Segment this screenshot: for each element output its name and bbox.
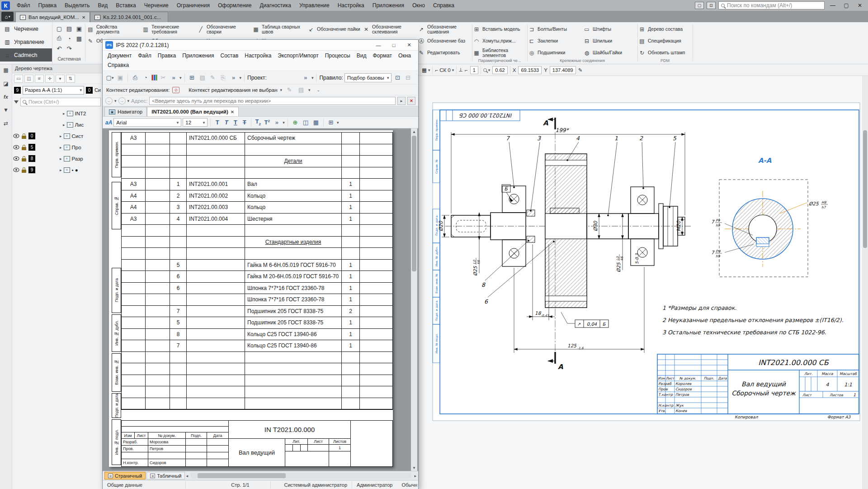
spec-zone-cell[interactable] — [146, 248, 170, 259]
spec-quantity-cell[interactable] — [342, 156, 360, 167]
expander-icon[interactable]: ▸ — [60, 134, 62, 138]
current-view-select[interactable]: Разрез А-А (1:1) ▾ — [23, 86, 84, 95]
spec-position-cell[interactable]: 7 — [170, 340, 187, 351]
menu-item[interactable]: Ограничения — [173, 0, 214, 11]
spec-format-cell[interactable]: А4 — [122, 202, 146, 213]
spec-designation-cell[interactable] — [187, 398, 245, 409]
spec-designation-cell[interactable] — [187, 363, 245, 375]
ips-maximize-button[interactable]: □ — [387, 43, 400, 48]
spec-note-cell[interactable] — [360, 133, 392, 144]
ips-menu-item[interactable]: Правка — [155, 51, 179, 61]
spec-table-row[interactable]: Шпонка 7*7*16 ГОСТ 23360-78 1 — [122, 294, 392, 306]
spec-name-cell[interactable]: Стандартные изделия — [245, 237, 342, 248]
spec-format-cell[interactable] — [122, 386, 146, 398]
ribbon-item[interactable]: ▥ Технические требования — [141, 24, 196, 35]
spec-format-cell[interactable] — [122, 260, 146, 271]
spec-table-row[interactable] — [122, 363, 392, 375]
home-button[interactable]: ⌂▾ — [1, 12, 14, 21]
tab-close-icon[interactable]: ✕ — [82, 15, 85, 20]
ips-menu-item[interactable]: Файл — [135, 51, 155, 61]
subscript-icon[interactable]: T2 — [254, 119, 262, 126]
spec-position-cell[interactable] — [170, 225, 187, 236]
spec-name-cell[interactable] — [245, 363, 342, 375]
ips-menu-item[interactable]: Справка — [104, 61, 132, 70]
spec-zone-cell[interactable] — [146, 329, 170, 340]
spec-note-cell[interactable] — [360, 179, 392, 190]
ips-menu-item[interactable]: Экспорт/Импорт — [274, 51, 321, 61]
layers-icon[interactable]: ▦ — [3, 67, 8, 73]
tree-node[interactable]: ▸ ≡ INT2 — [12, 108, 103, 119]
grid-icon[interactable]: ▦ ▾ — [422, 67, 430, 73]
menu-item[interactable]: Приложения — [368, 0, 408, 11]
spec-quantity-cell[interactable] — [342, 363, 360, 375]
spec-position-cell[interactable]: 1 — [170, 179, 187, 190]
spec-note-cell[interactable] — [360, 283, 392, 294]
spec-quantity-cell[interactable]: 1 — [342, 317, 360, 328]
ribbon-item[interactable]: ▤ Спецификация — [637, 35, 693, 47]
spec-name-cell[interactable]: Гайка М 20-6Н.05.019 ГОСТ 5916-70 — [245, 271, 342, 282]
spec-zone-cell[interactable] — [146, 156, 170, 167]
spec-note-cell[interactable] — [360, 352, 392, 363]
spec-name-cell[interactable]: Шестерня — [245, 214, 342, 225]
ips-close-button[interactable]: ✕ — [403, 42, 415, 48]
spec-name-cell[interactable]: Кольцо С25 ГОСТ 13940-86 — [245, 340, 342, 351]
spec-name-cell[interactable]: Кольцо — [245, 202, 342, 213]
spec-zone-cell[interactable] — [146, 260, 170, 271]
ribbon-side-tab[interactable]: ▥ Управление — [0, 35, 52, 48]
spec-designation-cell[interactable] — [187, 375, 245, 386]
spec-format-cell[interactable] — [122, 363, 146, 375]
command-search[interactable]: Поиск по командам (Alt+/) — [718, 1, 825, 9]
spec-zone-cell[interactable] — [146, 133, 170, 144]
ribbon-item[interactable]: ◍ Шайбы/Гайки — [582, 47, 637, 59]
spec-table-row[interactable]: А4 2 INT2021.00.002 Кольцо 1 — [122, 190, 392, 202]
ortho-icon[interactable]: ⟂ — [459, 67, 462, 73]
spec-name-cell[interactable]: Шпонка 7*7*16 ГОСТ 23360-78 — [245, 294, 342, 305]
edit-icon[interactable]: ✎ — [208, 73, 217, 82]
spec-designation-cell[interactable] — [187, 156, 245, 167]
more-icon[interactable]: » — [301, 73, 310, 82]
spec-name-cell[interactable]: Подшипник 205 ГОСТ 8338-75 — [245, 306, 342, 317]
go-icon[interactable]: ▸ — [397, 97, 406, 105]
spec-quantity-cell[interactable] — [342, 144, 360, 156]
no-context-icon[interactable]: ⊘ — [172, 87, 179, 93]
spec-format-cell[interactable] — [122, 225, 146, 236]
spec-name-cell[interactable]: Вал — [245, 179, 342, 190]
menu-item[interactable]: Управление — [295, 0, 334, 11]
edit-icon[interactable]: ✎ — [578, 67, 583, 73]
tree-toolbar-icon[interactable]: ▭ — [14, 75, 23, 83]
spec-note-cell[interactable] — [360, 306, 392, 317]
spec-zone-cell[interactable] — [146, 398, 170, 409]
spec-name-cell[interactable] — [245, 375, 342, 386]
tree-node[interactable]: 9 ▸ ≡ • ● — [12, 164, 103, 176]
ribbon-item[interactable]: ↗ Обозначение сшивания — [417, 24, 472, 35]
spec-zone-cell[interactable] — [146, 340, 170, 351]
spec-format-cell[interactable] — [122, 317, 146, 328]
tree-node[interactable]: 8 ▸ ≡ Разр — [12, 153, 103, 164]
spec-quantity-cell[interactable]: 1 — [342, 329, 360, 340]
new-document-icon[interactable]: ▢ — [54, 24, 64, 33]
print-icon[interactable]: ⎙ — [131, 73, 140, 82]
spec-format-cell[interactable] — [122, 340, 146, 351]
spec-table-row[interactable]: Стандартные изделия — [122, 237, 392, 248]
ips-menu-item[interactable]: Настройка — [241, 51, 274, 61]
spec-name-cell[interactable] — [245, 167, 342, 179]
spec-name-cell[interactable]: Шпонка 7*7*16 ГОСТ 23360-78 — [245, 283, 342, 294]
spec-note-cell[interactable] — [360, 271, 392, 282]
card-view-icon[interactable]: ▤ — [198, 73, 207, 82]
spec-quantity-cell[interactable]: 1 — [342, 260, 360, 271]
ips-menu-item[interactable]: Документ — [104, 51, 135, 61]
clear-rule-icon[interactable]: ⊟ — [403, 73, 412, 82]
spec-vertical-scrollbar[interactable]: ▲ ▼ — [411, 128, 417, 471]
new-document-icon[interactable]: ▢▾ — [105, 73, 114, 82]
ribbon-item[interactable]: ◠ Хомуты,приж... — [472, 35, 527, 47]
spec-format-cell[interactable]: А3 — [122, 133, 146, 144]
spec-quantity-cell[interactable]: 1 — [342, 214, 360, 225]
spec-quantity-cell[interactable]: 2 — [342, 306, 360, 317]
spec-quantity-cell[interactable] — [342, 225, 360, 236]
italic-icon[interactable]: T — [222, 119, 230, 126]
spec-designation-cell[interactable] — [187, 317, 245, 328]
ribbon-item[interactable]: ⊟ Шпильки — [582, 35, 637, 47]
spec-designation-cell[interactable] — [187, 225, 245, 236]
variables-icon[interactable]: fx — [4, 94, 8, 100]
ips-minimize-button[interactable]: — — [372, 43, 385, 48]
